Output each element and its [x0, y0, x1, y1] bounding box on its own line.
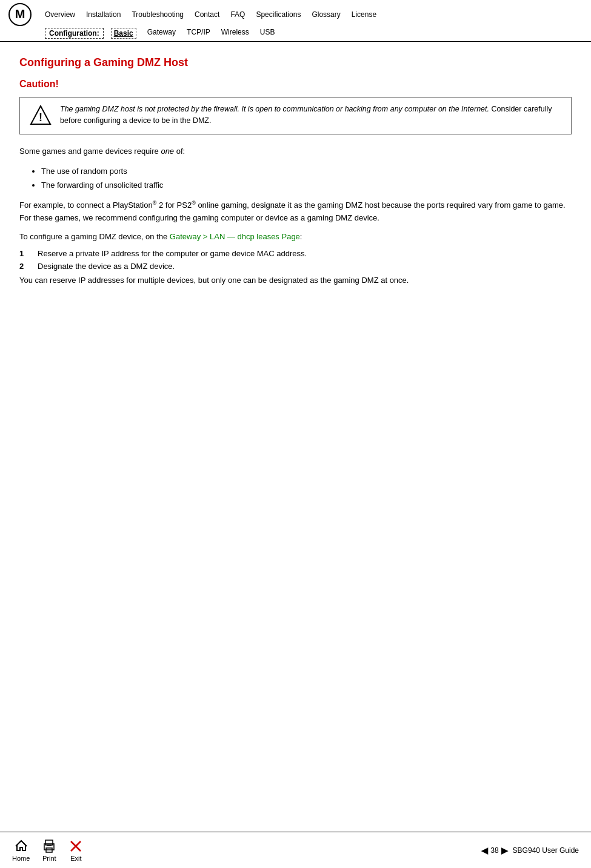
guide-name: SBG940 User Guide [513, 846, 579, 855]
prev-page-button[interactable]: ◀ [481, 846, 488, 855]
nav-gateway[interactable]: Gateway [147, 28, 176, 39]
page-arrows: ◀ 38 ▶ [481, 846, 507, 855]
home-button[interactable]: Home [12, 839, 30, 862]
svg-text:!: ! [39, 111, 42, 124]
nav-contact[interactable]: Contact [195, 10, 219, 19]
step-1-number: 1 [19, 249, 30, 258]
nav-basic[interactable]: Basic [111, 28, 136, 39]
intro-paragraph: Some games and game devices require one … [19, 145, 572, 158]
bottom-navigation: Home Print Exit ◀ 38 ▶ SBG940 User Guide [0, 832, 591, 868]
exit-button[interactable]: Exit [68, 839, 83, 862]
config-label: Configuration: [45, 28, 104, 39]
nav-wireless[interactable]: Wireless [221, 28, 249, 39]
configure-paragraph: To configure a gaming DMZ device, on the… [19, 231, 572, 244]
gateway-lan-link[interactable]: Gateway > LAN — dhcp leases Page [170, 232, 300, 241]
caution-text: The gaming DMZ host is not protected by … [60, 104, 563, 127]
step-1-text: Reserve a private IP address for the com… [38, 249, 307, 258]
step-2-text: Designate the device as a DMZ device. [38, 262, 175, 271]
bullet-item-2: The forwarding of unsolicited traffic [41, 178, 572, 192]
nav-links-row2: Basic Gateway TCP/IP Wireless USB [111, 28, 275, 39]
motorola-logo[interactable]: M [5, 2, 35, 27]
caution-italic-text: The gaming DMZ host is not protected by … [60, 105, 489, 113]
top-navigation: M Overview Installation Troubleshooting … [0, 0, 591, 42]
page-info: ◀ 38 ▶ SBG940 User Guide [481, 846, 579, 855]
nav-tcpip[interactable]: TCP/IP [187, 28, 210, 39]
svg-text:M: M [15, 7, 25, 21]
caution-box: ! The gaming DMZ host is not protected b… [19, 97, 572, 134]
page-number: 38 [490, 846, 498, 855]
nav-faq[interactable]: FAQ [230, 10, 245, 19]
nav-row-2: Configuration: Basic Gateway TCP/IP Wire… [5, 28, 586, 39]
nav-overview[interactable]: Overview [45, 10, 75, 19]
home-label: Home [12, 855, 30, 862]
nav-usb[interactable]: USB [260, 28, 275, 39]
bullet-list: The use of random ports The forwarding o… [41, 164, 572, 193]
nav-links-row1: Overview Installation Troubleshooting Co… [45, 10, 376, 19]
nav-specifications[interactable]: Specifications [256, 10, 301, 19]
step-2: 2 Designate the device as a DMZ device. [19, 262, 572, 271]
print-label: Print [42, 855, 56, 862]
main-content: Configuring a Gaming DMZ Host Caution! !… [0, 42, 591, 342]
nav-troubleshooting[interactable]: Troubleshooting [132, 10, 184, 19]
step-2-number: 2 [19, 262, 30, 271]
nav-glossary[interactable]: Glossary [312, 10, 340, 19]
closing-paragraph: You can reserve IP addresses for multipl… [19, 274, 572, 287]
caution-icon: ! [28, 104, 53, 128]
caution-heading: Caution! [19, 79, 572, 90]
nav-license[interactable]: License [352, 10, 376, 19]
page-title: Configuring a Gaming DMZ Host [19, 56, 572, 69]
example-paragraph: For example, to connect a PlayStation® 2… [19, 199, 572, 225]
svg-rect-4 [45, 840, 53, 845]
step-1: 1 Reserve a private IP address for the c… [19, 249, 572, 258]
nav-installation[interactable]: Installation [86, 10, 121, 19]
next-page-button[interactable]: ▶ [501, 846, 508, 855]
exit-label: Exit [70, 855, 81, 862]
bullet-item-1: The use of random ports [41, 164, 572, 178]
print-button[interactable]: Print [42, 839, 56, 862]
nav-row-1: M Overview Installation Troubleshooting … [5, 2, 586, 27]
bottom-nav-left: Home Print Exit [12, 839, 83, 862]
